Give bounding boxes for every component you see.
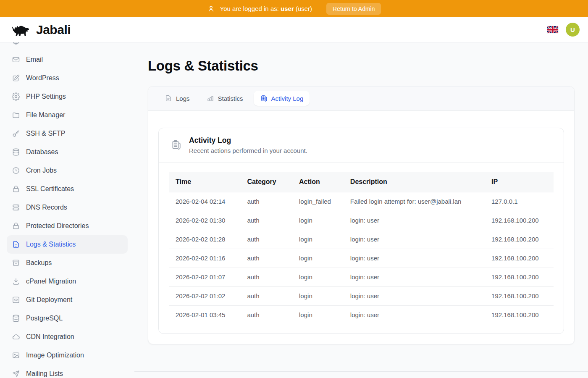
sidebar-item-label: DNS Records: [26, 204, 67, 211]
footer-divider: [134, 371, 588, 372]
table-cell: login: user: [344, 211, 485, 230]
folder-icon: [12, 111, 20, 119]
sidebar-item-label: Git Deployment: [26, 296, 72, 304]
page-title: Logs & Statistics: [148, 58, 575, 74]
logged-in-text: You are logged in as: user (user): [220, 5, 312, 12]
sidebar-item-git-deployment[interactable]: Git Deployment: [7, 291, 128, 309]
sidebar-item-label: CDN Integration: [26, 333, 74, 341]
tab-statistics[interactable]: Statistics: [200, 91, 249, 106]
table-cell: 192.168.100.200: [485, 249, 554, 268]
table-row: 2026-02-04 02:14authlogin_failedFailed l…: [169, 192, 554, 211]
table-cell: login: [292, 268, 344, 286]
logged-in-role: (user): [296, 5, 312, 12]
uk-flag-icon[interactable]: [547, 26, 558, 34]
sidebar-item-protected-directories[interactable]: Protected Directories: [7, 217, 128, 235]
clock-icon: [12, 166, 20, 175]
table-cell: auth: [240, 268, 292, 286]
table-cell: login_failed: [292, 192, 344, 211]
brand-name: Jabali: [36, 23, 71, 37]
table-cell: auth: [240, 286, 292, 305]
table-row: 2026-02-02 01:28authloginlogin: user192.…: [169, 230, 554, 249]
code-icon: [12, 296, 20, 304]
table-cell: 192.168.100.200: [485, 211, 554, 230]
user-icon: [207, 5, 215, 13]
sidebar-nav: EmailWordPressPHP SettingsFile ManagerSS…: [0, 42, 134, 378]
table-cell: 127.0.0.1: [485, 192, 554, 211]
table-cell: 2026-02-02 01:16: [169, 249, 240, 268]
sidebar-item-label: Cron Jobs: [26, 167, 57, 174]
table-cell: auth: [240, 192, 292, 211]
sidebar-item-backups[interactable]: Backups: [7, 254, 128, 272]
database-icon: [12, 314, 20, 323]
tab-label: Statistics: [218, 95, 243, 102]
sidebar-item-label: Email: [26, 56, 43, 63]
sidebar-item-logs-statistics[interactable]: Logs & Statistics: [7, 235, 128, 254]
table-cell: auth: [240, 305, 292, 324]
cloud-icon: [12, 333, 20, 341]
table-body: 2026-02-04 02:14authlogin_failedFailed l…: [169, 192, 554, 324]
tab-logs[interactable]: Logs: [158, 91, 196, 106]
logged-in-username: user: [281, 5, 294, 12]
activity-log-table: TimeCategoryActionDescriptionIP 2026-02-…: [169, 172, 554, 324]
table-cell: 2026-02-04 02:14: [169, 192, 240, 211]
column-header-category: Category: [240, 172, 292, 192]
archive-icon: [12, 259, 20, 267]
column-header-ip: IP: [485, 172, 554, 192]
sidebar-item-label: Logs & Statistics: [26, 241, 76, 248]
table-cell: login: [292, 249, 344, 268]
table-cell: 192.168.100.200: [485, 268, 554, 286]
sidebar-item-cdn-integration[interactable]: CDN Integration: [7, 328, 128, 346]
sidebar-item-email[interactable]: Email: [7, 50, 128, 69]
sidebar-item-label: WordPress: [26, 74, 59, 82]
sidebar-item-cpanel-migration[interactable]: cPanel Migration: [7, 272, 128, 291]
sidebar-item-dns-records[interactable]: DNS Records: [7, 198, 128, 217]
activity-log-card: Activity Log Recent actions performed in…: [158, 128, 564, 334]
table-cell: login: [292, 286, 344, 305]
table-cell: Failed login attempt for: user@jabali.la…: [344, 192, 485, 211]
column-header-time: Time: [169, 172, 240, 192]
return-to-admin-button[interactable]: Return to Admin: [326, 3, 381, 15]
sidebar-item-label: cPanel Migration: [26, 278, 76, 285]
table-cell: 2026-02-02 01:02: [169, 286, 240, 305]
logs-panel: LogsStatisticsActivity Log Activity Log …: [148, 86, 575, 344]
file-text-icon: [165, 94, 172, 102]
table-cell: login: [292, 230, 344, 249]
table-row: 2026-02-02 01:07authloginlogin: user192.…: [169, 268, 554, 286]
sidebar-item-label: Protected Directories: [26, 222, 89, 230]
sidebar-item-postgresql[interactable]: PostgreSQL: [7, 309, 128, 328]
brand[interactable]: Jabali: [12, 22, 71, 37]
lock-icon: [12, 185, 20, 193]
activity-log-card-header: Activity Log Recent actions performed in…: [159, 128, 564, 163]
sidebar-item-image-optimization[interactable]: Image Optimization: [7, 346, 128, 365]
table-cell: login: user: [344, 230, 485, 249]
main-content: Logs & Statistics LogsStatisticsActivity…: [148, 42, 575, 344]
tab-label: Activity Log: [271, 95, 304, 102]
database-icon: [12, 148, 20, 156]
send-icon: [12, 370, 20, 378]
table-header-row: TimeCategoryActionDescriptionIP: [169, 172, 554, 192]
table-cell: 192.168.100.200: [485, 230, 554, 249]
gear-icon: [12, 92, 20, 101]
clipboard-icon: [260, 94, 268, 102]
tab-activity-log[interactable]: Activity Log: [254, 91, 310, 106]
table-cell: login: user: [344, 249, 485, 268]
avatar[interactable]: U: [566, 23, 580, 37]
sidebar-item-file-manager[interactable]: File Manager: [7, 106, 128, 124]
image-icon: [12, 351, 20, 360]
sidebar-item-wordpress[interactable]: WordPress: [7, 69, 128, 87]
sidebar-item-cron-jobs[interactable]: Cron Jobs: [7, 161, 128, 180]
sidebar-item-mailing-lists[interactable]: Mailing Lists: [7, 365, 128, 378]
sidebar-item-label: Databases: [26, 148, 58, 156]
table-cell: login: user: [344, 268, 485, 286]
table-cell: auth: [240, 249, 292, 268]
sidebar-item-databases[interactable]: Databases: [7, 143, 128, 161]
key-icon: [12, 129, 20, 138]
sidebar-item-php-settings[interactable]: PHP Settings: [7, 87, 128, 106]
table-cell: 192.168.100.200: [485, 305, 554, 324]
sidebar-item-ssh-sftp[interactable]: SSH & SFTP: [7, 124, 128, 143]
tab-strip: LogsStatisticsActivity Log: [148, 87, 574, 111]
sidebar-item-ssl-certificates[interactable]: SSL Certificates: [7, 180, 128, 198]
table-cell: login: user: [344, 286, 485, 305]
download-icon: [12, 277, 20, 286]
column-header-description: Description: [344, 172, 485, 192]
